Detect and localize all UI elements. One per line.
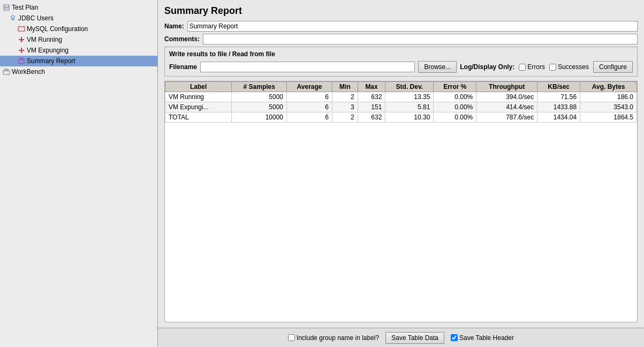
sampler-icon <box>17 35 26 44</box>
sidebar: TP Test Plan JDBC Users <box>0 0 158 347</box>
bottom-bar: Include group name in label? Save Table … <box>158 328 644 347</box>
col-samples: # Samples <box>232 82 287 92</box>
sidebar-item-label: Test Plan <box>12 4 38 11</box>
col-kb-sec: KB/sec <box>537 82 580 92</box>
file-row: Filename Browse... Log/Display Only: Err… <box>169 61 633 73</box>
errors-label: Errors <box>527 63 545 71</box>
col-label: Label <box>165 82 232 92</box>
save-header-text: Save Table Header <box>459 334 514 342</box>
sidebar-item-test-plan[interactable]: TP Test Plan <box>0 2 157 13</box>
data-table-container: Label # Samples Average Min Max Std. Dev… <box>164 81 638 322</box>
svg-rect-5 <box>18 27 25 31</box>
sidebar-item-jdbc-users[interactable]: JDBC Users <box>0 13 157 24</box>
workbench-icon <box>2 67 11 76</box>
table-row: VM Expungi...5000631515.810.00%414.4/sec… <box>165 102 637 112</box>
sidebar-item-label: Summary Report <box>27 57 75 65</box>
svg-rect-17 <box>5 69 8 71</box>
table-cell: 71.56 <box>537 92 580 102</box>
file-section: Write results to file / Read from file F… <box>164 47 638 77</box>
table-cell: 6 <box>287 112 332 123</box>
table-cell: 5000 <box>232 102 287 112</box>
log-display-label: Log/Display Only: <box>460 63 514 71</box>
name-label: Name: <box>164 22 184 30</box>
summary-report-panel: Summary Report Name: Comments: Write res… <box>158 0 644 328</box>
listener-icon <box>17 57 26 65</box>
name-input[interactable] <box>187 21 638 32</box>
table-cell: 632 <box>358 112 385 123</box>
table-cell: 0.00% <box>434 112 476 123</box>
include-group-text: Include group name in label? <box>297 334 379 342</box>
table-cell: 10.30 <box>385 112 434 123</box>
table-cell: 1864.5 <box>580 112 637 123</box>
configure-button[interactable]: Configure <box>593 61 633 73</box>
page-title: Summary Report <box>164 5 638 17</box>
table-cell: 3 <box>332 102 358 112</box>
table-cell: 3543.0 <box>580 102 637 112</box>
col-stddev: Std. Dev. <box>385 82 434 92</box>
save-header-checkbox[interactable] <box>451 334 458 341</box>
table-cell: 787.6/sec <box>476 112 537 123</box>
svg-text:TP: TP <box>4 5 9 10</box>
summary-table: Label # Samples Average Min Max Std. Dev… <box>165 81 637 123</box>
table-cell: VM Expungi... <box>165 102 232 112</box>
log-display-row: Log/Display Only: Errors Successes Confi… <box>460 61 633 73</box>
save-table-button[interactable]: Save Table Data <box>385 332 444 344</box>
sidebar-item-vm-running[interactable]: VM Running <box>0 34 157 45</box>
table-cell: 151 <box>358 102 385 112</box>
table-cell: 1433.88 <box>537 102 580 112</box>
include-group-label[interactable]: Include group name in label? <box>288 334 379 342</box>
table-cell: 632 <box>358 92 385 102</box>
table-cell: 2 <box>332 92 358 102</box>
table-cell: 10000 <box>232 112 287 123</box>
table-cell: 5000 <box>232 92 287 102</box>
table-row: TOTAL100006263210.300.00%787.6/sec1434.0… <box>165 112 637 123</box>
table-cell: 0.00% <box>434 92 476 102</box>
name-row: Name: <box>164 21 638 32</box>
table-cell: 1434.04 <box>537 112 580 123</box>
table-cell: 0.00% <box>434 102 476 112</box>
config-icon <box>17 25 26 33</box>
sidebar-item-label: JDBC Users <box>18 14 54 22</box>
sidebar-item-label: WorkBench <box>12 68 45 76</box>
successes-label: Successes <box>558 63 589 71</box>
table-cell: 6 <box>287 92 332 102</box>
sidebar-item-label: MySQL Configuration <box>27 25 88 33</box>
sidebar-item-mysql-config[interactable]: MySQL Configuration <box>0 24 157 34</box>
successes-checkbox-label[interactable]: Successes <box>549 63 589 71</box>
sidebar-item-vm-expunging[interactable]: VM Expunging <box>0 45 157 56</box>
col-min: Min <box>332 82 358 92</box>
table-cell: 2 <box>332 112 358 123</box>
svg-point-2 <box>11 16 14 19</box>
col-error-pct: Error % <box>434 82 476 92</box>
filename-input[interactable] <box>200 62 415 72</box>
sidebar-item-summary-report[interactable]: Summary Report <box>0 56 157 66</box>
table-cell: 6 <box>287 102 332 112</box>
section-title: Write results to file / Read from file <box>169 50 633 58</box>
table-cell: 5.81 <box>385 102 434 112</box>
col-avg-bytes: Avg. Bytes <box>580 82 637 92</box>
testplan-icon: TP <box>2 3 11 12</box>
table-cell: 186.0 <box>580 92 637 102</box>
col-average: Average <box>287 82 332 92</box>
table-cell: TOTAL <box>165 112 232 123</box>
errors-checkbox-label[interactable]: Errors <box>519 63 545 71</box>
errors-checkbox[interactable] <box>519 64 526 71</box>
sidebar-item-label: VM Expunging <box>27 47 69 54</box>
table-row: VM Running50006263213.350.00%394.0/sec71… <box>165 92 637 102</box>
table-header-row: Label # Samples Average Min Max Std. Dev… <box>165 82 637 92</box>
col-throughput: Throughput <box>476 82 537 92</box>
table-cell: 13.35 <box>385 92 434 102</box>
main-content: Summary Report Name: Comments: Write res… <box>158 0 644 347</box>
include-group-checkbox[interactable] <box>288 334 295 341</box>
browse-button[interactable]: Browse... <box>418 61 457 73</box>
comments-input[interactable] <box>203 34 638 44</box>
save-header-label[interactable]: Save Table Header <box>451 334 514 342</box>
successes-checkbox[interactable] <box>549 64 556 71</box>
svg-rect-12 <box>19 59 24 64</box>
threadgroup-icon <box>9 14 17 22</box>
table-cell: 414.4/sec <box>476 102 537 112</box>
sampler2-icon <box>17 46 26 55</box>
col-max: Max <box>358 82 385 92</box>
filename-label: Filename <box>169 63 197 71</box>
sidebar-item-workbench[interactable]: WorkBench <box>0 66 157 77</box>
